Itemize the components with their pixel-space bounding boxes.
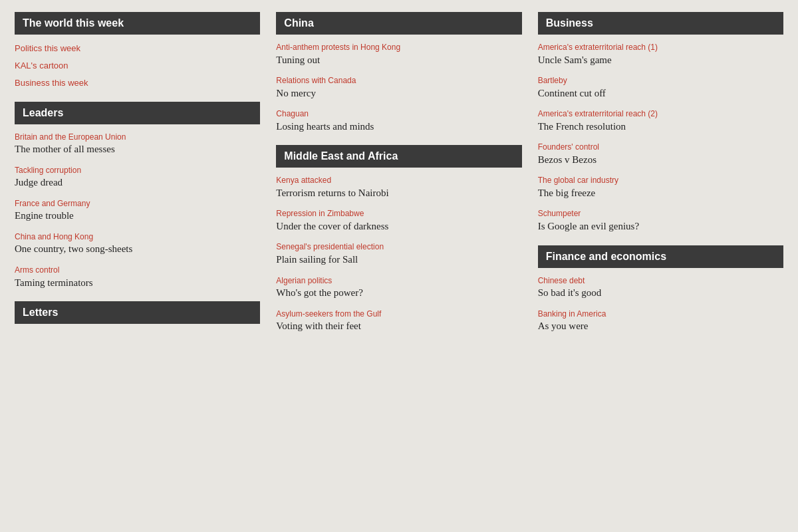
- section-0-2: Letters: [15, 301, 260, 324]
- article-item: Senegal's presidential electionPlain sai…: [276, 242, 521, 266]
- article-category[interactable]: Repression in Zimbabwe: [276, 209, 521, 219]
- article-item: Anti-anthem protests in Hong KongTuning …: [276, 43, 521, 66]
- article-item: France and GermanyEngine trouble: [15, 199, 260, 223]
- article-category[interactable]: Bartleby: [538, 76, 783, 86]
- article-title[interactable]: The big freeze: [538, 187, 783, 200]
- article-title[interactable]: Voting with their feet: [276, 320, 521, 333]
- section-1-0: ChinaAnti-anthem protests in Hong KongTu…: [276, 12, 521, 133]
- article-title[interactable]: Uncle Sam's game: [538, 54, 783, 67]
- section-header: Business: [538, 12, 783, 35]
- article-category[interactable]: Senegal's presidential election: [276, 242, 521, 253]
- article-category[interactable]: Schumpeter: [538, 209, 783, 219]
- article-item: BartlebyContinent cut off: [538, 76, 783, 100]
- article-title[interactable]: No mercy: [276, 87, 521, 100]
- column-1: ChinaAnti-anthem protests in Hong KongTu…: [268, 7, 529, 525]
- article-item: China and Hong KongOne country, two song…: [15, 232, 260, 256]
- section-header: Leaders: [15, 102, 260, 124]
- section-header: Letters: [15, 301, 260, 324]
- section-header: Middle East and Africa: [276, 145, 521, 168]
- article-category[interactable]: Chinese debt: [538, 276, 783, 287]
- section-2-0: BusinessAmerica's extraterritorial reach…: [538, 12, 783, 233]
- article-category[interactable]: Anti-anthem protests in Hong Kong: [276, 43, 521, 53]
- article-item: Arms controlTaming terminators: [15, 265, 260, 289]
- article-title[interactable]: Is Google an evil genius?: [538, 220, 783, 233]
- article-category[interactable]: France and Germany: [15, 199, 260, 209]
- article-category[interactable]: Relations with Canada: [276, 76, 521, 86]
- article-title[interactable]: Who's got the power?: [276, 287, 521, 300]
- article-title[interactable]: Bezos v Bezos: [538, 154, 783, 167]
- article-category[interactable]: Kenya attacked: [276, 176, 521, 186]
- article-item: Repression in ZimbabweUnder the cover of…: [276, 209, 521, 233]
- section-header: The world this week: [15, 12, 260, 35]
- article-category[interactable]: Banking in America: [538, 309, 783, 320]
- article-title[interactable]: The mother of all messes: [15, 143, 260, 156]
- article-title[interactable]: One country, two song-sheets: [15, 243, 260, 256]
- article-item: Britain and the European UnionThe mother…: [15, 132, 260, 156]
- section-0-1: LeadersBritain and the European UnionThe…: [15, 102, 260, 289]
- article-title[interactable]: Taming terminators: [15, 277, 260, 290]
- page-container: The world this weekPolitics this weekKAL…: [0, 0, 798, 532]
- article-item: Banking in AmericaAs you were: [538, 309, 783, 333]
- article-title[interactable]: Continent cut off: [538, 87, 783, 100]
- column-2: BusinessAmerica's extraterritorial reach…: [530, 7, 791, 525]
- article-title[interactable]: Terrorism returns to Nairobi: [276, 187, 521, 200]
- article-title[interactable]: Judge dread: [15, 176, 260, 190]
- article-title[interactable]: So bad it's good: [538, 287, 783, 300]
- article-category[interactable]: The global car industry: [538, 176, 783, 186]
- article-title[interactable]: As you were: [538, 320, 783, 333]
- section-2-1: Finance and economicsChinese debtSo bad …: [538, 245, 783, 333]
- article-item: Asylum-seekers from the GulfVoting with …: [276, 309, 521, 333]
- article-title[interactable]: Losing hearts and minds: [276, 120, 521, 134]
- article-item: SchumpeterIs Google an evil genius?: [538, 209, 783, 233]
- section-link-0[interactable]: Politics this week: [15, 43, 260, 55]
- article-category[interactable]: Chaguan: [276, 109, 521, 120]
- section-header: China: [276, 12, 521, 35]
- article-title[interactable]: The French resolution: [538, 120, 783, 134]
- article-item: Tackling corruptionJudge dread: [15, 166, 260, 190]
- article-title[interactable]: Under the cover of darkness: [276, 220, 521, 233]
- article-item: America's extraterritorial reach (2)The …: [538, 109, 783, 133]
- section-header: Finance and economics: [538, 245, 783, 268]
- article-item: Chinese debtSo bad it's good: [538, 276, 783, 300]
- article-item: Kenya attackedTerrorism returns to Nairo…: [276, 176, 521, 200]
- section-link-2[interactable]: Business this week: [15, 77, 260, 89]
- section-link-1[interactable]: KAL's cartoon: [15, 60, 260, 72]
- section-1-1: Middle East and AfricaKenya attackedTerr…: [276, 145, 521, 332]
- article-title[interactable]: Plain sailing for Sall: [276, 253, 521, 267]
- article-item: Algerian politicsWho's got the power?: [276, 276, 521, 300]
- article-item: Founders' controlBezos v Bezos: [538, 142, 783, 166]
- article-item: America's extraterritorial reach (1)Uncl…: [538, 43, 783, 66]
- article-item: The global car industryThe big freeze: [538, 176, 783, 200]
- article-item: ChaguanLosing hearts and minds: [276, 109, 521, 133]
- article-category[interactable]: Founders' control: [538, 142, 783, 153]
- article-category[interactable]: Algerian politics: [276, 276, 521, 287]
- article-item: Relations with CanadaNo mercy: [276, 76, 521, 100]
- section-0-0: The world this weekPolitics this weekKAL…: [15, 12, 260, 90]
- column-0: The world this weekPolitics this weekKAL…: [7, 7, 268, 525]
- article-title[interactable]: Engine trouble: [15, 209, 260, 223]
- article-category[interactable]: China and Hong Kong: [15, 232, 260, 243]
- article-category[interactable]: America's extraterritorial reach (1): [538, 43, 783, 53]
- article-category[interactable]: America's extraterritorial reach (2): [538, 109, 783, 120]
- article-category[interactable]: Britain and the European Union: [15, 132, 260, 143]
- article-category[interactable]: Arms control: [15, 265, 260, 276]
- article-category[interactable]: Asylum-seekers from the Gulf: [276, 309, 521, 320]
- article-title[interactable]: Tuning out: [276, 54, 521, 67]
- article-category[interactable]: Tackling corruption: [15, 166, 260, 176]
